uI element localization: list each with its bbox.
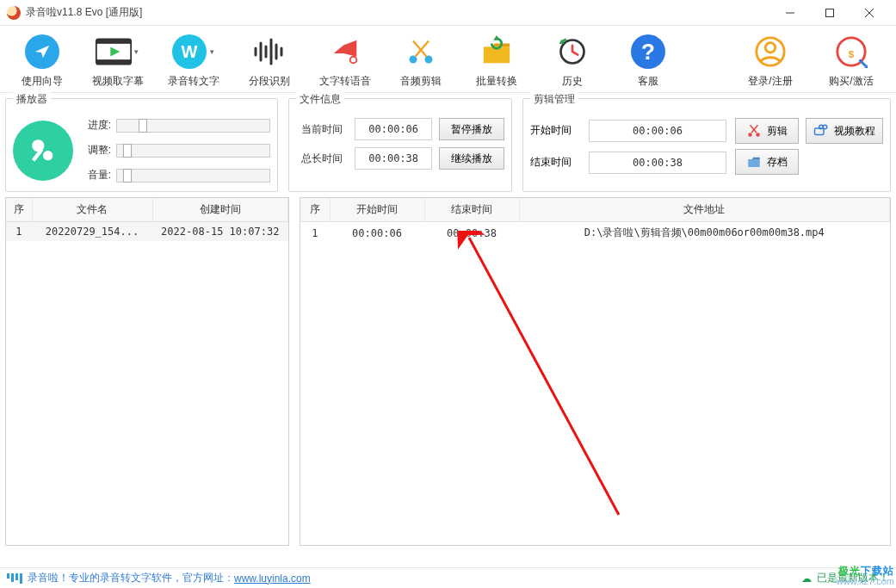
- svg-point-23: [43, 151, 53, 160]
- toolbar-segment-label: 分段识别: [249, 74, 290, 89]
- speed-label: 调整:: [82, 143, 111, 158]
- svg-marker-14: [493, 35, 500, 40]
- folder-refresh-icon: [478, 33, 516, 71]
- tutorial-button[interactable]: 视频教程: [806, 118, 883, 144]
- status-latest: 已是最新版本！: [817, 571, 889, 585]
- letter-w-icon: W: [172, 34, 207, 69]
- file-table[interactable]: 序 文件名 创建时间 1 20220729_154... 2022-08-15 …: [5, 197, 289, 546]
- camera-icon: [813, 123, 829, 139]
- toolbar-clip[interactable]: 音频剪辑: [384, 31, 458, 89]
- status-text: 录音啦！专业的录音转文字软件，官方网址：: [28, 571, 234, 585]
- toolbar-buy[interactable]: $ 购买/激活: [812, 31, 891, 89]
- col-end: 结束时间: [424, 198, 519, 222]
- svg-point-12: [410, 56, 417, 64]
- app-icon: [7, 6, 21, 20]
- fileinfo-panel: 文件信息 当前时间 00:00:06 暂停播放 总长时间 00:00:38 继续…: [288, 98, 512, 192]
- toolbar-segment[interactable]: 分段识别: [232, 31, 306, 89]
- film-icon: [95, 33, 133, 71]
- speed-slider[interactable]: [116, 144, 270, 158]
- toolbar-history-label: 历史: [562, 74, 583, 89]
- toolbar-rec2text-label: 录音转文字: [168, 74, 219, 89]
- status-link[interactable]: www.luyinla.com: [234, 573, 311, 585]
- toolbar-rec2text[interactable]: W ▾ 录音转文字: [157, 31, 231, 89]
- player-panel: 播放器 进度: 调整: 音量:: [5, 98, 278, 192]
- compass-icon: [25, 34, 59, 69]
- toolbar-history[interactable]: 历史: [535, 31, 609, 89]
- volume-label: 音量:: [82, 168, 111, 183]
- toolbar-guide[interactable]: 使用向导: [5, 31, 79, 89]
- toolbar: 使用向导 ▾ 视频取字幕 W ▾ 录音转文字 分段识别 文字转语音: [0, 26, 896, 93]
- svg-rect-0: [826, 9, 834, 16]
- toolbar-login-label: 登录/注册: [748, 74, 792, 89]
- minimize-button[interactable]: [770, 0, 810, 26]
- col-seq: 序: [300, 198, 330, 222]
- col-name: 文件名: [32, 198, 152, 222]
- svg-point-13: [425, 56, 433, 64]
- clipmgr-panel: 剪辑管理 开始时间 00:00:06 结束时间 00:00:38 剪辑 视频教程: [522, 98, 891, 192]
- clip-end-value: 00:00:38: [589, 152, 726, 174]
- svg-point-18: [765, 43, 775, 53]
- clock-icon: [553, 33, 591, 71]
- current-time-value: 00:00:06: [355, 118, 432, 140]
- toolbar-batch-label: 批量转换: [476, 74, 517, 89]
- play-button[interactable]: [13, 121, 73, 181]
- resume-button[interactable]: 继续播放: [439, 147, 504, 170]
- clip-start-value: 00:00:06: [589, 120, 726, 142]
- volume-slider[interactable]: [116, 169, 270, 183]
- clip-end-label: 结束时间: [530, 155, 582, 170]
- cut-button[interactable]: 剪辑: [735, 118, 799, 144]
- col-ctime: 创建时间: [152, 198, 288, 222]
- svg-point-25: [756, 133, 760, 137]
- statusbar: 录音啦！专业的录音转文字软件，官方网址： www.luyinla.com ☁ 已…: [0, 567, 896, 588]
- svg-point-11: [350, 57, 357, 64]
- toolbar-clip-label: 音频剪辑: [400, 74, 442, 89]
- toolbar-support-label: 客服: [638, 74, 658, 89]
- toolbar-guide-label: 使用向导: [22, 74, 63, 89]
- scissors-icon: [402, 33, 440, 71]
- progress-label: 进度:: [82, 118, 111, 133]
- toolbar-login[interactable]: 登录/注册: [731, 31, 810, 89]
- pause-button[interactable]: 暂停播放: [439, 118, 504, 140]
- svg-text:$: $: [849, 49, 855, 59]
- toolbar-support[interactable]: ? 客服: [611, 31, 685, 89]
- toolbar-tts[interactable]: 文字转语音: [308, 31, 382, 89]
- col-start: 开始时间: [330, 198, 424, 222]
- table-row[interactable]: 1 20220729_154... 2022-08-15 10:07:32: [6, 222, 288, 242]
- chevron-down-icon: ▾: [134, 47, 141, 56]
- toolbar-subtitle-label: 视频取字幕: [92, 74, 144, 89]
- total-time-label: 总长时间: [296, 152, 348, 166]
- progress-slider[interactable]: [116, 119, 270, 133]
- dollar-icon: $: [832, 33, 870, 71]
- clipmgr-legend: 剪辑管理: [530, 92, 578, 107]
- toolbar-batch[interactable]: 批量转换: [460, 31, 534, 89]
- waveform-icon: [250, 33, 288, 71]
- col-seq: 序: [6, 198, 32, 222]
- player-legend: 播放器: [13, 92, 51, 107]
- archive-button[interactable]: 存档: [735, 149, 799, 175]
- window-title: 录音啦v11.8 Evo [通用版]: [26, 5, 142, 20]
- table-row[interactable]: 1 00:00:06 00:00:38 D:\录音啦\剪辑音频\00m00m06…: [300, 222, 890, 244]
- col-path: 文件地址: [519, 198, 890, 222]
- svg-line-29: [469, 238, 619, 515]
- toolbar-subtitle[interactable]: ▾ 视频取字幕: [81, 31, 155, 89]
- current-time-label: 当前时间: [296, 122, 348, 137]
- user-icon: [751, 33, 789, 71]
- toolbar-tts-label: 文字转语音: [319, 74, 371, 89]
- chevron-down-icon: ▾: [210, 47, 217, 56]
- titlebar: 录音啦v11.8 Evo [通用版]: [0, 0, 896, 26]
- folder-icon: [746, 154, 762, 170]
- close-button[interactable]: [850, 0, 889, 26]
- scissors-icon: [746, 123, 762, 139]
- toolbar-buy-label: 购买/激活: [829, 74, 873, 89]
- clip-table[interactable]: 序 开始时间 结束时间 文件地址 1 00:00:06 00:00:38 D:\…: [300, 197, 891, 546]
- maximize-button[interactable]: [810, 0, 850, 26]
- bars-icon: [7, 573, 22, 584]
- clip-start-label: 开始时间: [530, 123, 582, 138]
- annotation-arrow: [455, 231, 627, 523]
- megaphone-icon: [326, 33, 364, 71]
- svg-rect-3: [96, 59, 131, 65]
- svg-point-24: [748, 133, 752, 137]
- svg-point-28: [819, 125, 824, 129]
- cloud-check-icon: ☁: [801, 573, 812, 585]
- svg-rect-2: [96, 39, 131, 44]
